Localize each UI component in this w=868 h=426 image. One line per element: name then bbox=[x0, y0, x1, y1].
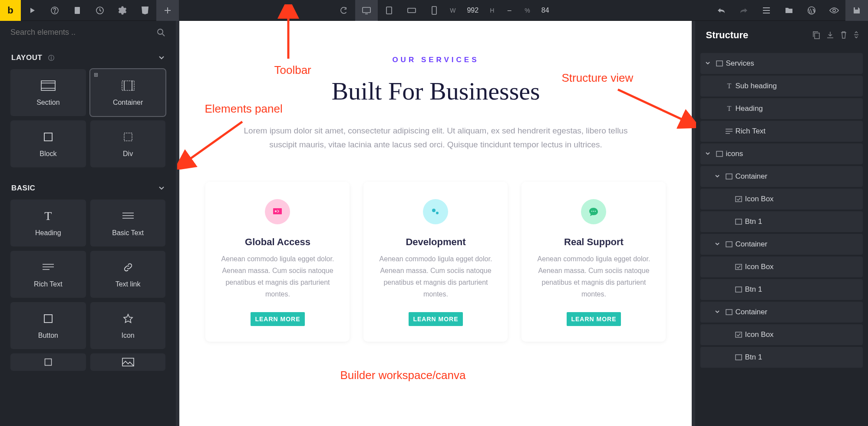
container-icon bbox=[122, 79, 135, 93]
elements-panel: LAYOUT ⓘ Section ⊞ Container Block Div bbox=[0, 21, 176, 426]
wordpress-icon[interactable] bbox=[800, 0, 823, 21]
mobile-icon[interactable] bbox=[423, 0, 446, 21]
canvas-heading[interactable]: Built For Businesses bbox=[205, 77, 666, 106]
annotation-workspace: Builder workspace/canva bbox=[340, 369, 465, 382]
canvas-subheading[interactable]: OUR SERVICES bbox=[205, 56, 666, 64]
card-title: Global Access bbox=[219, 236, 336, 248]
structure-title: Structure bbox=[706, 30, 748, 41]
tablet-portrait-icon[interactable] bbox=[378, 0, 400, 21]
card-desc: Aenean commodo ligula egget dolor. Aenea… bbox=[535, 253, 652, 300]
viewport-controls: W 992 H – % 84 bbox=[333, 0, 556, 21]
tree-row[interactable]: Btn 1 bbox=[700, 347, 863, 368]
tree-label: Icon Box bbox=[745, 330, 773, 339]
tree-row[interactable]: Icon Box bbox=[700, 256, 863, 277]
download-icon[interactable] bbox=[826, 31, 834, 40]
heading-icon: T bbox=[44, 209, 52, 223]
learn-more-button[interactable]: LEARN MORE bbox=[409, 312, 462, 326]
tree-type-icon bbox=[733, 332, 745, 338]
div-icon bbox=[123, 130, 133, 144]
help-icon[interactable] bbox=[43, 0, 66, 21]
chevron-down-icon bbox=[706, 62, 713, 65]
save-button[interactable] bbox=[845, 0, 868, 21]
block-icon bbox=[43, 130, 53, 144]
folder-icon[interactable] bbox=[778, 0, 800, 21]
zoom-value[interactable]: 84 bbox=[535, 7, 556, 14]
element-icon[interactable]: Icon bbox=[90, 302, 166, 349]
gear-icon[interactable] bbox=[111, 0, 134, 21]
tablet-landscape-icon[interactable] bbox=[400, 0, 423, 21]
canvas-richtext[interactable]: Lorem ipsum dolor sit amet, consectetur … bbox=[240, 124, 631, 152]
tree-label: Container bbox=[735, 240, 767, 249]
tree-type-icon bbox=[733, 354, 745, 360]
tree-row[interactable]: THeading bbox=[700, 98, 863, 119]
element-block[interactable]: Block bbox=[10, 120, 86, 167]
refresh-icon[interactable] bbox=[333, 0, 355, 21]
link-icon bbox=[123, 260, 133, 274]
tree-row[interactable]: Icon Box bbox=[700, 324, 863, 345]
play-icon[interactable] bbox=[21, 0, 43, 21]
svg-point-20 bbox=[432, 209, 436, 212]
tree-label: Icon Box bbox=[745, 195, 773, 203]
search-input[interactable] bbox=[10, 28, 157, 37]
tree-row[interactable]: Btn 1 bbox=[700, 211, 863, 232]
element-button[interactable]: Button bbox=[10, 302, 86, 349]
tree-type-icon bbox=[713, 60, 726, 67]
tree-row[interactable]: Btn 1 bbox=[700, 279, 863, 300]
redo-icon[interactable] bbox=[733, 0, 755, 21]
element-more-1[interactable] bbox=[10, 353, 86, 371]
css-icon[interactable] bbox=[134, 0, 156, 21]
tree-row[interactable]: Container bbox=[700, 302, 863, 323]
list-icon[interactable] bbox=[755, 0, 778, 21]
element-basic-text[interactable]: Basic Text bbox=[90, 200, 166, 246]
svg-rect-33 bbox=[736, 219, 742, 224]
clock-icon[interactable] bbox=[89, 0, 111, 21]
learn-more-button[interactable]: LEARN MORE bbox=[251, 312, 304, 326]
element-section[interactable]: Section bbox=[10, 69, 86, 116]
chevron-down-icon bbox=[158, 186, 165, 190]
svg-rect-14 bbox=[124, 133, 132, 141]
element-div[interactable]: Div bbox=[90, 120, 166, 167]
svg-point-1 bbox=[54, 12, 55, 12]
undo-icon[interactable] bbox=[710, 0, 733, 21]
feature-card[interactable]: Global Access Aenean commodo ligula egge… bbox=[205, 182, 350, 342]
desktop-icon[interactable] bbox=[355, 0, 378, 21]
delete-icon[interactable] bbox=[840, 31, 847, 40]
tree-row[interactable]: icons bbox=[700, 143, 863, 164]
add-element-button[interactable] bbox=[156, 0, 179, 21]
tree-row[interactable]: Services bbox=[700, 53, 863, 74]
tree-row[interactable]: Container bbox=[700, 234, 863, 255]
expand-icon[interactable] bbox=[853, 31, 859, 40]
svg-rect-5 bbox=[386, 7, 392, 14]
height-value[interactable]: – bbox=[498, 7, 520, 14]
svg-point-22 bbox=[591, 210, 592, 211]
element-heading[interactable]: T Heading bbox=[10, 200, 86, 246]
feature-card[interactable]: Real Support Aenean commodo ligula egget… bbox=[521, 182, 666, 342]
basic-section-header[interactable]: BASIC bbox=[0, 174, 176, 200]
annotation-toolbar: Toolbar bbox=[274, 63, 311, 77]
tree-row[interactable]: Icon Box bbox=[700, 189, 863, 210]
tree-row[interactable]: TSub heading bbox=[700, 76, 863, 97]
svg-rect-30 bbox=[716, 151, 723, 156]
width-value[interactable]: 992 bbox=[460, 7, 485, 14]
svg-rect-34 bbox=[726, 242, 732, 247]
copy-icon[interactable] bbox=[812, 31, 820, 40]
logo[interactable]: b bbox=[0, 0, 21, 21]
card-desc: Aenean commodo ligula egget dolor. Aenea… bbox=[219, 253, 336, 300]
element-container[interactable]: ⊞ Container bbox=[90, 69, 166, 116]
search-icon[interactable] bbox=[157, 28, 165, 37]
bookmark-icon[interactable] bbox=[66, 0, 89, 21]
tree-row[interactable]: Rich Text bbox=[700, 121, 863, 142]
layout-section-header[interactable]: LAYOUT ⓘ bbox=[0, 44, 176, 69]
tree-row[interactable]: Container bbox=[700, 166, 863, 187]
basic-title: BASIC bbox=[11, 184, 35, 193]
element-rich-text[interactable]: Rich Text bbox=[10, 251, 86, 298]
tree-label: Heading bbox=[735, 104, 762, 113]
element-more-2[interactable] bbox=[90, 353, 166, 371]
chevron-down-icon bbox=[158, 56, 165, 60]
svg-rect-29 bbox=[716, 61, 723, 66]
feature-card[interactable]: Development Aenean commodo ligula egget … bbox=[363, 182, 508, 342]
learn-more-button[interactable]: LEARN MORE bbox=[567, 312, 620, 326]
canvas[interactable]: OUR SERVICES Built For Businesses Lorem … bbox=[179, 21, 692, 426]
element-text-link[interactable]: Text link bbox=[90, 251, 166, 298]
preview-icon[interactable] bbox=[823, 0, 845, 21]
